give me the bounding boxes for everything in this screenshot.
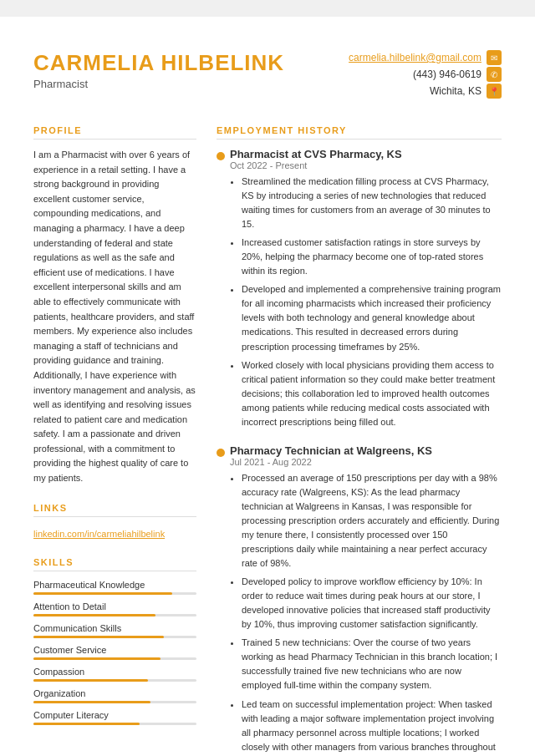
email-row: carmelia.hilbelink@gmail.com ✉ — [349, 50, 502, 65]
job-bullet: Worked closely with local physicians pro… — [242, 358, 502, 429]
profile-title: PROFILE — [33, 125, 196, 140]
skill-bar-bg — [33, 592, 196, 595]
job-item: Pharmacy Technician at Walgreens, KSJul … — [217, 444, 502, 756]
links-section: LINKS linkedin.com/in/carmeliahilbelink — [33, 503, 196, 540]
skill-name: Organization — [33, 688, 196, 698]
main-content: PROFILE I am a Pharmacist with over 6 ye… — [33, 125, 502, 756]
job-date: Jul 2021 - Aug 2022 — [230, 457, 502, 467]
skill-item: Attention to Detail — [33, 601, 196, 616]
resume-page: CARMELIA HILBELINK Pharmacist carmelia.h… — [0, 17, 535, 756]
skill-item: Customer Service — [33, 645, 196, 660]
skill-bar-fill — [33, 679, 148, 682]
phone-row: (443) 946-0619 ✆ — [349, 67, 502, 82]
links-list: linkedin.com/in/carmeliahilbelink — [33, 525, 196, 540]
job-title: Pharmacist at CVS Pharmacy, KS — [230, 148, 502, 160]
links-title: LINKS — [33, 503, 196, 517]
phone-text: (443) 946-0619 — [413, 68, 482, 80]
employment-section: EMPLOYMENT HISTORY Pharmacist at CVS Pha… — [217, 125, 502, 756]
skill-name: Customer Service — [33, 645, 196, 655]
skill-bar-fill — [33, 636, 164, 638]
jobs-list: Pharmacist at CVS Pharmacy, KSOct 2022 -… — [217, 148, 502, 756]
job-date: Oct 2022 - Present — [230, 160, 502, 170]
skill-bar-fill — [33, 614, 155, 616]
skill-name: Pharmaceutical Knowledge — [33, 580, 196, 590]
job-title: Pharmacy Technician at Walgreens, KS — [230, 444, 502, 457]
skill-item: Communication Skills — [33, 623, 196, 638]
skill-item: Compassion — [33, 667, 196, 682]
skill-name: Computer Literacy — [33, 710, 196, 720]
skill-bar-bg — [33, 723, 196, 725]
skill-bar-fill — [33, 657, 160, 660]
skill-bar-bg — [33, 679, 196, 682]
skill-bar-fill — [33, 723, 140, 725]
skill-item: Pharmaceutical Knowledge — [33, 580, 196, 595]
skill-bar-fill — [33, 592, 172, 595]
skills-section: SKILLS Pharmaceutical Knowledge Attentio… — [33, 557, 196, 725]
email-icon: ✉ — [487, 50, 502, 65]
job-bullet: Trained 5 new technicians: Over the cour… — [242, 636, 502, 693]
job-bullet: Developed and implemented a comprehensiv… — [242, 282, 502, 353]
email-link[interactable]: carmelia.hilbelink@gmail.com — [349, 52, 482, 63]
candidate-title: Pharmacist — [33, 78, 284, 90]
phone-icon: ✆ — [487, 67, 502, 82]
skill-item: Organization — [33, 688, 196, 703]
skills-title: SKILLS — [33, 557, 196, 571]
skill-name: Communication Skills — [33, 623, 196, 633]
candidate-name: CARMELIA HILBELINK — [33, 50, 284, 76]
skill-bar-bg — [33, 636, 196, 638]
skills-list: Pharmaceutical Knowledge Attention to De… — [33, 580, 196, 725]
header: CARMELIA HILBELINK Pharmacist carmelia.h… — [33, 50, 502, 100]
location-icon: 📍 — [487, 84, 502, 99]
profile-text: I am a Pharmacist with over 6 years of e… — [33, 148, 196, 486]
location-row: Wichita, KS 📍 — [349, 84, 502, 99]
job-item: Pharmacist at CVS Pharmacy, KSOct 2022 -… — [217, 148, 502, 429]
location-text: Wichita, KS — [430, 85, 482, 97]
profile-section: PROFILE I am a Pharmacist with over 6 ye… — [33, 125, 196, 486]
job-bullet: Led team on successful implementation pr… — [242, 698, 502, 757]
job-bullet: Processed an average of 150 prescription… — [242, 471, 502, 571]
skill-name: Attention to Detail — [33, 601, 196, 611]
header-left: CARMELIA HILBELINK Pharmacist — [33, 50, 284, 90]
employment-title: EMPLOYMENT HISTORY — [217, 125, 502, 140]
skill-item: Computer Literacy — [33, 710, 196, 725]
job-bullet: Streamlined the medication filling proce… — [242, 175, 502, 231]
skill-bar-fill — [33, 701, 150, 703]
link-item[interactable]: linkedin.com/in/carmeliahilbelink — [33, 529, 165, 539]
skill-name: Compassion — [33, 667, 196, 677]
job-bullet: Increased customer satisfaction ratings … — [242, 236, 502, 278]
header-right: carmelia.hilbelink@gmail.com ✉ (443) 946… — [349, 50, 502, 100]
right-column: EMPLOYMENT HISTORY Pharmacist at CVS Pha… — [217, 125, 502, 756]
skill-bar-bg — [33, 614, 196, 616]
skill-bar-bg — [33, 701, 196, 703]
job-bullet: Developed policy to improve workflow eff… — [242, 575, 502, 632]
left-column: PROFILE I am a Pharmacist with over 6 ye… — [33, 125, 196, 756]
skill-bar-bg — [33, 657, 196, 660]
